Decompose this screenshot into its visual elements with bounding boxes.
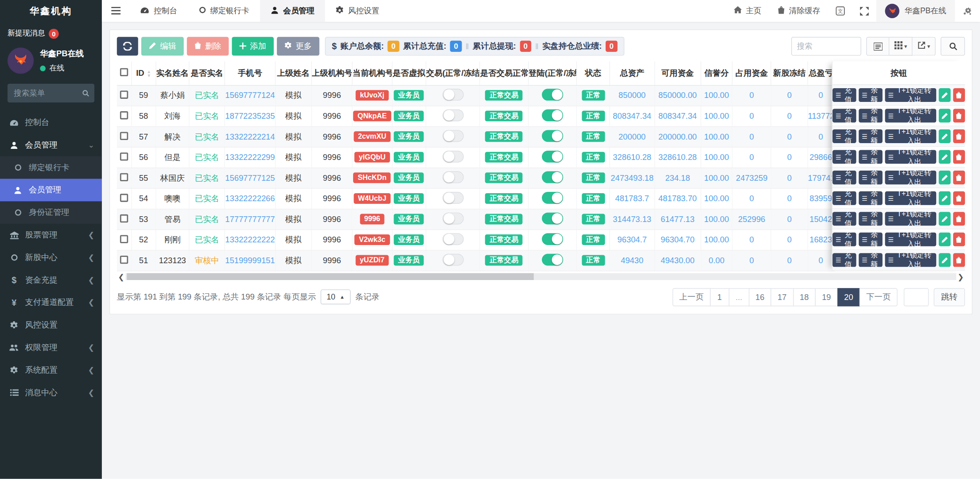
- more-button[interactable]: 更多: [277, 37, 319, 55]
- edit-row-button[interactable]: [938, 233, 950, 246]
- scroll-right-icon[interactable]: ❯: [956, 273, 965, 280]
- recharge-button[interactable]: ☰充值: [832, 253, 856, 267]
- phone-link[interactable]: 15199999151: [225, 256, 275, 265]
- delete-row-button[interactable]: [953, 233, 965, 246]
- phone-link[interactable]: 13322222266: [225, 194, 275, 203]
- balance-button[interactable]: ☰余额: [859, 253, 883, 267]
- language-icon[interactable]: 文: [828, 0, 853, 22]
- col-header-16[interactable]: 新股冻结: [771, 61, 808, 85]
- page-button-17[interactable]: 17: [771, 288, 793, 306]
- add-button[interactable]: 添加: [232, 37, 274, 55]
- login-toggle[interactable]: [542, 233, 563, 245]
- delete-row-button[interactable]: [953, 150, 965, 164]
- delete-button[interactable]: 删除: [187, 37, 229, 55]
- delete-row-button[interactable]: [953, 253, 965, 267]
- col-header-3[interactable]: 手机号: [225, 61, 275, 85]
- page-button-下一页[interactable]: 下一页: [859, 288, 898, 306]
- row-checkbox[interactable]: [120, 90, 128, 98]
- t1-transfer-button[interactable]: ☰T+1锁定转入出: [885, 150, 936, 164]
- col-header-15[interactable]: 占用资金: [732, 61, 771, 85]
- col-header-5[interactable]: 上级机构号: [311, 61, 352, 85]
- login-toggle[interactable]: [542, 212, 563, 224]
- scroll-left-icon[interactable]: ❮: [117, 273, 126, 280]
- col-header-10[interactable]: 登陆(正常/冻结): [528, 61, 576, 85]
- sort-icon[interactable]: ▲▼: [147, 70, 151, 77]
- balance-button[interactable]: ☰余额: [859, 150, 883, 164]
- phone-link[interactable]: 13322222299: [225, 152, 275, 162]
- detail-view-button[interactable]: [866, 37, 889, 55]
- recharge-button[interactable]: ☰充值: [832, 212, 856, 226]
- sidebar-item-7[interactable]: 权限管理❮: [0, 336, 102, 359]
- t1-transfer-button[interactable]: ☰T+1锁定转入出: [885, 171, 936, 184]
- menu-search-input[interactable]: [8, 84, 94, 102]
- search-toggle-button[interactable]: [941, 37, 965, 55]
- edit-row-button[interactable]: [938, 150, 950, 164]
- recharge-button[interactable]: ☰充值: [832, 109, 856, 122]
- withdraw-notice[interactable]: 新提现消息 0: [0, 23, 102, 41]
- tab-控制台[interactable]: 控制台: [129, 0, 188, 22]
- sidebar-item-8[interactable]: 系统配置❮: [0, 359, 102, 382]
- edit-row-button[interactable]: [938, 212, 950, 226]
- phone-link[interactable]: 15697777125: [225, 173, 275, 183]
- refresh-button[interactable]: [117, 37, 138, 55]
- col-header-1[interactable]: 实名姓名: [156, 61, 189, 85]
- balance-button[interactable]: ☰余额: [859, 212, 883, 226]
- phone-link[interactable]: 15697777124: [225, 91, 275, 100]
- trade-toggle[interactable]: [442, 233, 463, 245]
- sidebar-item-2[interactable]: 股票管理❮: [0, 224, 102, 246]
- delete-row-button[interactable]: [953, 191, 965, 205]
- login-toggle[interactable]: [542, 150, 563, 162]
- row-checkbox[interactable]: [120, 194, 128, 202]
- col-header-13[interactable]: 可用资金: [654, 61, 701, 85]
- t1-transfer-button[interactable]: ☰T+1锁定转入出: [885, 129, 936, 143]
- page-button-19[interactable]: 19: [815, 288, 838, 306]
- scrollbar-track[interactable]: [126, 273, 957, 280]
- sidebar-item-3[interactable]: 新股中心❮: [0, 246, 102, 269]
- recharge-button[interactable]: ☰充值: [832, 150, 856, 164]
- trade-toggle[interactable]: [442, 212, 463, 224]
- clear-cache-link[interactable]: 清除缓存: [770, 0, 828, 22]
- t1-transfer-button[interactable]: ☰T+1锁定转入出: [885, 212, 936, 226]
- delete-row-button[interactable]: [953, 129, 965, 143]
- recharge-button[interactable]: ☰充值: [832, 88, 856, 102]
- sidebar-item-4[interactable]: $资金充提❮: [0, 269, 102, 292]
- page-button-...[interactable]: ...: [729, 288, 749, 306]
- sidebar-item-1[interactable]: 会员管理⌄: [0, 134, 102, 156]
- tab-会员管理[interactable]: 会员管理: [260, 0, 325, 22]
- page-button-16[interactable]: 16: [749, 288, 771, 306]
- trade-toggle[interactable]: [442, 253, 463, 265]
- t1-transfer-button[interactable]: ☰T+1锁定转入出: [885, 253, 936, 267]
- recharge-button[interactable]: ☰充值: [832, 233, 856, 246]
- page-size-dropdown[interactable]: 10 ▲: [320, 289, 351, 304]
- tab-绑定银行卡[interactable]: 绑定银行卡: [188, 0, 260, 22]
- navbar-user-menu[interactable]: 华鑫PB在线: [876, 0, 955, 22]
- balance-button[interactable]: ☰余额: [859, 88, 883, 102]
- login-toggle[interactable]: [542, 89, 563, 101]
- row-checkbox[interactable]: [120, 111, 128, 119]
- login-toggle[interactable]: [542, 109, 563, 121]
- gears-icon[interactable]: [955, 0, 980, 22]
- col-header-7[interactable]: 是否虚拟: [392, 61, 426, 85]
- login-toggle[interactable]: [542, 171, 563, 183]
- sidebar-subitem-1[interactable]: 会员管理: [0, 179, 102, 201]
- login-toggle[interactable]: [542, 191, 563, 203]
- row-checkbox[interactable]: [120, 152, 128, 160]
- row-checkbox[interactable]: [120, 255, 128, 263]
- sidebar-item-5[interactable]: ¥支付通道配置❮: [0, 291, 102, 314]
- col-header-4[interactable]: 上级姓名: [275, 61, 311, 85]
- trade-toggle[interactable]: [442, 109, 463, 121]
- balance-button[interactable]: ☰余额: [859, 109, 883, 122]
- trade-toggle[interactable]: [442, 191, 463, 203]
- balance-button[interactable]: ☰余额: [859, 191, 883, 205]
- col-header-0[interactable]: ID▲▼: [131, 61, 156, 85]
- row-checkbox[interactable]: [120, 214, 128, 222]
- sidebar-item-9[interactable]: 消息中心❮: [0, 382, 102, 404]
- col-header-14[interactable]: 信誉分: [701, 61, 732, 85]
- phone-link[interactable]: 18772235235: [225, 111, 275, 121]
- balance-button[interactable]: ☰余额: [859, 171, 883, 184]
- edit-row-button[interactable]: [938, 88, 950, 102]
- select-all-checkbox[interactable]: [120, 68, 128, 76]
- home-link[interactable]: 主页: [726, 0, 770, 22]
- trade-toggle[interactable]: [442, 171, 463, 183]
- balance-button[interactable]: ☰余额: [859, 129, 883, 143]
